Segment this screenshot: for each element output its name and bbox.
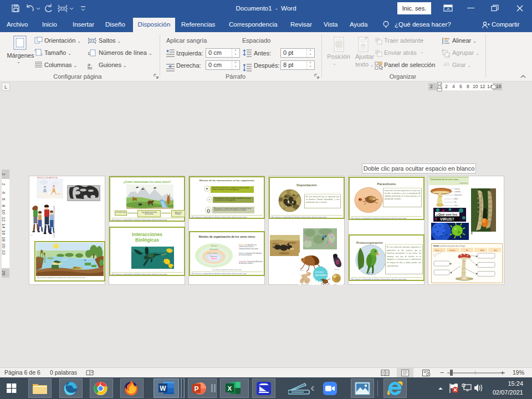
svg-text:Garrapata: Garrapata [323,284,329,285]
svg-text:Ecosistema: Ecosistema [210,248,219,250]
svg-text:Especie: Especie [211,258,217,260]
svg-text:Pulga: Pulga [300,270,304,272]
svg-text:Laminillas: Laminillas [454,191,461,193]
svg-text:X: X [227,385,232,392]
svg-text:Anillo: Anillo [454,198,458,200]
svg-text:¿Qué son los: ¿Qué son los [436,213,458,216]
svg-text:Piojo de mar: Piojo de mar [301,284,309,285]
svg-text:Volva: Volva [454,204,458,207]
svg-text:P: P [194,385,198,393]
svg-text:Chinche: Chinche [334,269,340,270]
svg-text:VIRUS?: VIRUS? [440,217,454,221]
svg-text:W: W [160,385,166,392]
svg-text:Himenóforo: Himenóforo [454,194,462,196]
svg-text:Biosfera: Biosfera [211,245,217,247]
svg-text:parásitos: parásitos [315,273,326,277]
svg-text:Cutícula: Cutícula [454,188,460,190]
svg-text:Pie: Pie [454,201,457,203]
svg-text:1m: 1m [30,234,32,236]
svg-text:Comunidades....: Comunidades.... [207,252,219,254]
svg-text:bc: bc [88,65,92,70]
svg-text:Ácaro: Ácaro [333,284,337,285]
svg-text:1: 1 [88,51,90,56]
